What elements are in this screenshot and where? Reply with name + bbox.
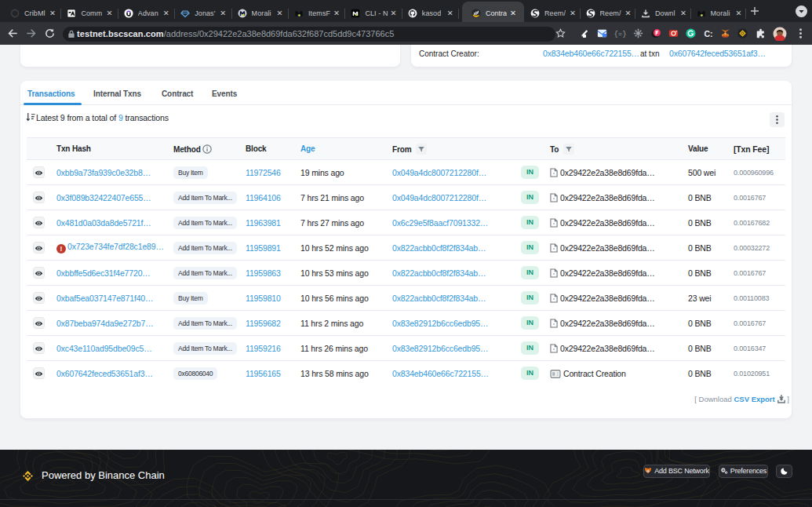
svg-text:C:: C: <box>704 29 712 38</box>
svg-text:{=}: {=} <box>614 31 626 38</box>
